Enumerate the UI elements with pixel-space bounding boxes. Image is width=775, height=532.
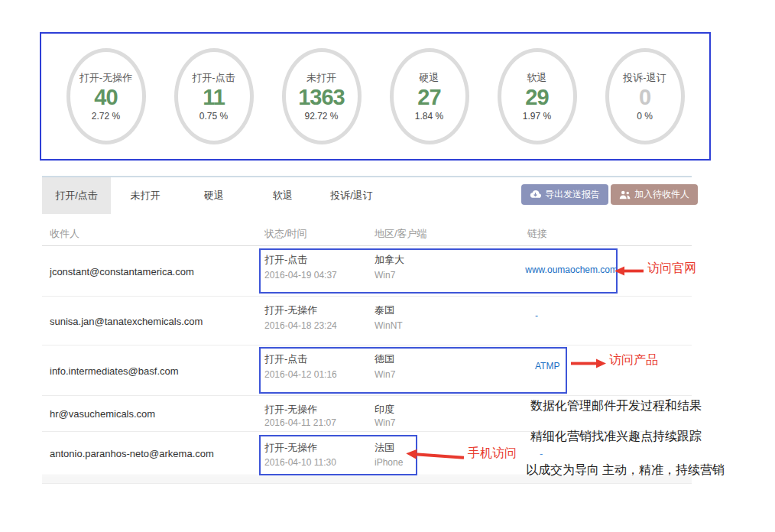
col-header-link: 链接	[527, 227, 547, 241]
stat-label: 软退	[527, 71, 547, 85]
clicked-link-dash: -	[535, 310, 538, 321]
annotation-note-dash: -	[540, 448, 543, 459]
recipient-email: info.intermediates@basf.com	[50, 365, 179, 376]
add-to-recipients-button[interactable]: 加入待收件人	[611, 184, 698, 205]
export-report-button[interactable]: 导出发送报告	[521, 184, 608, 205]
col-header-status-time: 状态/时间	[264, 227, 307, 241]
client-text: Win7	[375, 270, 395, 281]
cloud-download-icon	[530, 190, 541, 200]
clicked-link-url[interactable]: www.oumaochem.com	[504, 264, 618, 275]
annotation-mobile-access: 手机访问	[468, 446, 517, 462]
status-timestamp: 2016-04-18 23:24	[264, 320, 337, 331]
status-text: 打开-无操作	[264, 403, 317, 417]
stat-circle-complaint-unsub: 投诉-退订 0 0 %	[605, 48, 685, 144]
client-text: WinNT	[375, 320, 403, 331]
stat-percent: 1.97 %	[523, 111, 551, 122]
stat-label: 打开-点击	[192, 71, 235, 85]
add-to-recipients-label: 加入待收件人	[634, 188, 689, 201]
tab-soft-bounce[interactable]: 软退	[248, 177, 317, 214]
annotation-visit-product: 访问产品	[609, 352, 658, 368]
recipient-email: hr@vasuchemicals.com	[50, 408, 155, 420]
stat-label: 打开-无操作	[79, 71, 132, 85]
tab-open-click[interactable]: 打开/点击	[42, 177, 111, 214]
stat-percent: 92.72 %	[304, 111, 338, 122]
red-arrow-right-icon	[571, 358, 606, 371]
status-timestamp: 2016-04-11 21:07	[264, 417, 336, 428]
recipient-email: antonio.paranhos-neto@arkema.com	[50, 448, 214, 459]
stat-value: 11	[203, 85, 225, 110]
stat-percent: 2.72 %	[92, 111, 120, 122]
stat-percent: 0 %	[637, 111, 653, 122]
tab-complaint-unsub[interactable]: 投诉/退订	[317, 177, 386, 214]
stat-percent: 0.75 %	[199, 111, 228, 122]
col-header-recipient: 收件人	[50, 227, 79, 241]
status-text: 打开-无操作	[264, 441, 317, 455]
stat-value: 29	[525, 85, 548, 110]
stats-summary-panel: 打开-无操作 40 2.72 % 打开-点击 11 0.75 % 未打开 136…	[40, 32, 711, 161]
stat-value: 1363	[298, 85, 345, 110]
stat-circle-unopened: 未打开 1363 92.72 %	[282, 48, 362, 144]
client-text: Win7	[375, 417, 395, 428]
table-row: jconstant@constantamerica.com 打开-点击 2016…	[42, 246, 692, 297]
status-text: 打开-点击	[264, 253, 307, 267]
annotation-note-row5-line1: 精细化营销找准兴趣点持续跟踪	[530, 429, 702, 445]
annotation-visit-site: 访问官网	[647, 261, 696, 277]
region-text: 泰国	[375, 303, 394, 317]
region-text: 印度	[375, 403, 394, 417]
result-tabs: 打开/点击 未打开 硬退 软退 投诉/退订	[42, 177, 386, 214]
region-text: 法国	[375, 441, 394, 455]
tab-unopened[interactable]: 未打开	[111, 177, 180, 214]
status-timestamp: 2016-04-12 01:16	[264, 369, 337, 380]
stat-circle-hard-bounce: 硬退 27 1.84 %	[390, 48, 469, 144]
stat-label: 硬退	[420, 71, 439, 85]
client-text: iPhone	[375, 457, 403, 468]
stat-circle-open-no-action: 打开-无操作 40 2.72 %	[66, 48, 146, 144]
annotation-note-row5-line2: 以成交为导向 主动，精准，持续营销	[526, 462, 725, 478]
stat-value: 27	[417, 85, 440, 110]
email-report-page: 打开-无操作 40 2.72 % 打开-点击 11 0.75 % 未打开 136…	[0, 0, 775, 532]
stat-circle-soft-bounce: 软退 29 1.97 %	[498, 48, 577, 144]
stat-label: 未打开	[306, 71, 336, 85]
annotation-note-row4: 数据化管理邮件开发过程和结果	[530, 398, 702, 414]
export-report-label: 导出发送报告	[545, 188, 600, 201]
stat-value: 0	[639, 85, 650, 110]
status-timestamp: 2016-04-10 11:30	[264, 457, 336, 468]
stat-label: 投诉-退订	[623, 71, 666, 85]
status-timestamp: 2016-04-19 04:37	[264, 270, 337, 281]
client-text: Win7	[375, 369, 395, 380]
stat-circle-open-click: 打开-点击 11 0.75 %	[174, 48, 254, 144]
region-text: 加拿大	[375, 253, 404, 267]
status-text: 打开-无操作	[264, 303, 317, 317]
recipient-email: sunisa.jan@tanatexchemicals.com	[50, 315, 203, 326]
col-header-region-client: 地区/客户端	[375, 227, 427, 241]
red-arrow-left-icon	[614, 265, 644, 279]
recipient-email: jconstant@constantamerica.com	[50, 265, 194, 277]
status-text: 打开-点击	[264, 352, 307, 366]
region-text: 德国	[375, 352, 394, 366]
stat-percent: 1.84 %	[415, 111, 443, 122]
users-group-icon	[619, 190, 631, 200]
clicked-link-product[interactable]: ATMP	[535, 361, 559, 371]
stat-value: 40	[94, 85, 117, 110]
table-row: sunisa.jan@tanatexchemicals.com 打开-无操作 2…	[42, 297, 692, 345]
tab-hard-bounce[interactable]: 硬退	[180, 177, 248, 214]
